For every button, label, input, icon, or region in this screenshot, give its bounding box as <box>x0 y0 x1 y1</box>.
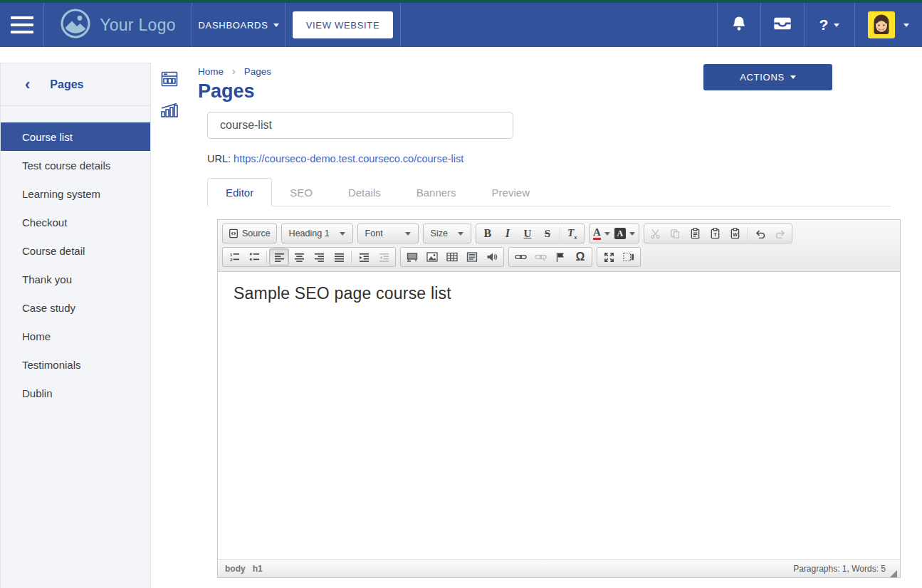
element-path-h1[interactable]: h1 <box>253 564 263 574</box>
sidebar-header: ‹ Pages <box>1 63 150 106</box>
strikethrough-button[interactable]: S <box>538 225 557 242</box>
sidebar-item-home[interactable]: Home <box>1 322 150 350</box>
image-icon[interactable] <box>422 248 442 266</box>
indent-icon[interactable] <box>354 248 374 266</box>
sidebar-item-case-study[interactable]: Case study <box>1 293 150 322</box>
align-center-icon[interactable] <box>289 248 309 266</box>
avatar <box>868 11 895 38</box>
source-button[interactable]: Source <box>224 225 275 242</box>
toolbar-separator <box>748 227 748 240</box>
redo-icon[interactable] <box>770 225 790 242</box>
chevron-down-icon <box>834 23 839 27</box>
sidebar-item-dublin[interactable]: Dublin <box>1 379 150 407</box>
table-icon[interactable] <box>442 248 462 266</box>
back-chevron-icon[interactable]: ‹ <box>25 77 30 93</box>
element-path: body h1 <box>225 564 263 574</box>
help-menu[interactable]: ? <box>804 3 854 47</box>
text-color-button[interactable]: A <box>591 225 612 242</box>
strikethrough-icon: S <box>545 228 550 240</box>
outdent-icon[interactable] <box>374 248 394 266</box>
editor-toolbar: Source Heading 1 Font <box>218 220 900 272</box>
align-right-icon[interactable] <box>309 248 329 266</box>
sidebar-item-testimonials[interactable]: Testimonials <box>1 350 150 379</box>
link-icon[interactable] <box>510 248 530 266</box>
resize-grip[interactable] <box>890 570 897 577</box>
cut-icon[interactable] <box>646 225 666 242</box>
chevron-down-icon <box>458 232 463 236</box>
bold-button[interactable]: B <box>478 225 498 242</box>
italic-icon: I <box>505 227 510 240</box>
logo-text: Your Logo <box>100 16 176 35</box>
tab-seo[interactable]: SEO <box>272 178 330 206</box>
align-left-icon[interactable] <box>269 248 289 266</box>
numbered-list-icon[interactable]: 1 2 <box>224 248 244 266</box>
rich-text-editor: Source Heading 1 Font <box>217 219 901 578</box>
editor-content-area[interactable]: Sample SEO page course list <box>218 272 900 560</box>
anchor-flag-icon[interactable] <box>550 248 570 266</box>
copy-icon[interactable] <box>666 225 686 242</box>
paste-as-text-icon[interactable]: T <box>706 225 725 242</box>
sidebar-page-list: Course list Test course details Learning… <box>1 106 150 407</box>
sidebar-item-course-detail[interactable]: Course detail <box>1 236 150 265</box>
sidebar-item-test-course-details[interactable]: Test course details <box>1 151 150 179</box>
user-menu[interactable] <box>854 3 922 47</box>
sidebar-item-course-list[interactable]: Course list <box>1 122 150 151</box>
page-slug-input[interactable] <box>207 112 513 139</box>
url-line: URL: https://courseco-demo.test.courseco… <box>207 153 922 164</box>
bulleted-list-icon[interactable] <box>244 248 264 266</box>
hamburger-menu-icon[interactable] <box>0 3 44 47</box>
tab-editor[interactable]: Editor <box>207 178 272 206</box>
page-url-link[interactable]: https://courseco-demo.test.courseco.co/c… <box>234 153 463 164</box>
chevron-down-icon <box>790 75 796 79</box>
breadcrumb-pages-link[interactable]: Pages <box>244 66 271 77</box>
paragraph-format-dropdown[interactable]: Heading 1 <box>283 225 351 242</box>
tab-details[interactable]: Details <box>330 178 399 206</box>
unlink-icon[interactable] <box>530 248 550 266</box>
sidebar-item-thank-you[interactable]: Thank you <box>1 265 150 293</box>
chevron-down-icon <box>903 23 909 27</box>
sidebar-title: Pages <box>50 78 83 91</box>
pages-layout-icon[interactable] <box>161 71 178 90</box>
size-dropdown[interactable]: Size <box>425 225 469 242</box>
app-logo[interactable]: Your Logo <box>44 3 192 47</box>
format-value: Heading 1 <box>289 229 330 238</box>
background-color-button[interactable]: A <box>612 225 637 242</box>
page-tabs: Editor SEO Details Banners Preview <box>207 177 891 206</box>
justify-icon[interactable] <box>329 248 349 266</box>
dashboards-menu[interactable]: DASHBOARDS <box>192 3 285 47</box>
chevron-down-icon <box>273 23 279 27</box>
special-character-button[interactable]: Ω <box>570 248 590 266</box>
bell-icon <box>731 15 747 35</box>
top-navbar: Your Logo DASHBOARDS VIEW WEBSITE ? <box>0 3 922 47</box>
analytics-chart-icon[interactable] <box>160 102 179 122</box>
embed-frame-icon[interactable] <box>402 248 422 266</box>
paste-icon[interactable] <box>686 225 706 242</box>
editor-heading-text: Sample SEO page course list <box>234 284 884 303</box>
word-count: Paragraphs: 1, Words: 5 <box>793 564 886 574</box>
section-icon-strip <box>151 63 188 588</box>
italic-button[interactable]: I <box>498 225 518 242</box>
undo-icon[interactable] <box>750 225 770 242</box>
paste-from-word-icon[interactable]: W <box>725 225 745 242</box>
tab-banners[interactable]: Banners <box>399 178 474 206</box>
inbox-button[interactable] <box>760 3 804 47</box>
underline-button[interactable]: U <box>518 225 538 242</box>
main-content: Home › Pages Pages ACTIONS URL: https://… <box>188 47 922 588</box>
actions-button[interactable]: ACTIONS <box>703 64 832 90</box>
omega-icon: Ω <box>576 251 585 263</box>
sidebar-item-checkout[interactable]: Checkout <box>1 208 150 236</box>
font-dropdown[interactable]: Font <box>360 225 417 242</box>
chevron-down-icon <box>340 232 345 236</box>
element-path-body[interactable]: body <box>225 564 246 574</box>
show-blocks-icon[interactable] <box>619 248 639 266</box>
maximize-icon[interactable] <box>599 248 619 266</box>
sidebar-item-learning-system[interactable]: Learning system <box>1 179 150 208</box>
bold-icon: B <box>484 227 492 240</box>
page-layout-icon[interactable] <box>462 248 482 266</box>
notifications-button[interactable] <box>717 3 760 47</box>
breadcrumb-home-link[interactable]: Home <box>198 66 224 77</box>
tab-preview[interactable]: Preview <box>474 178 548 206</box>
view-website-button[interactable]: VIEW WEBSITE <box>293 11 394 38</box>
audio-icon[interactable] <box>482 248 502 266</box>
remove-format-button[interactable]: Tx <box>562 225 582 242</box>
